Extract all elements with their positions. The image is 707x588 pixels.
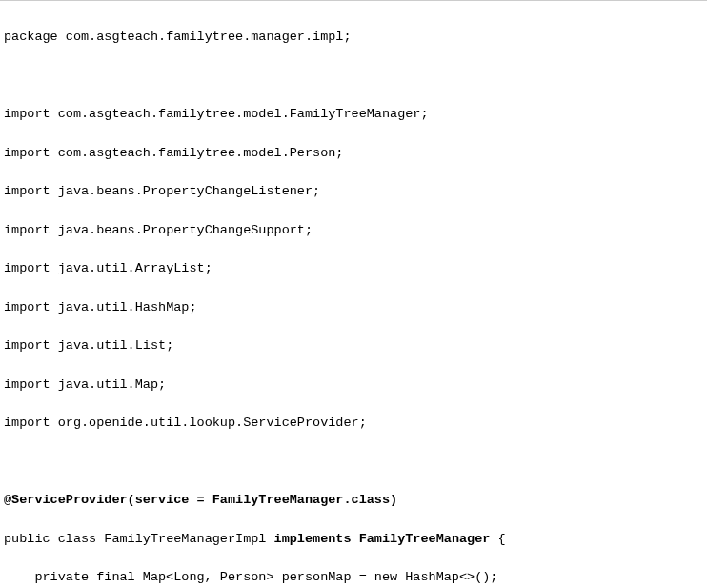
code-line-import: import com.asgteach.familytree.model.Per… [4, 144, 703, 163]
code-line-annotation: @ServiceProvider(service = FamilyTreeMan… [4, 491, 703, 510]
code-line-import: import java.util.Map; [4, 375, 703, 395]
code-line-import: import java.beans.PropertyChangeListener… [4, 182, 703, 201]
code-line-blank [4, 67, 703, 86]
code-block: package com.asgteach.familytree.manager.… [0, 1, 707, 588]
code-line-import: import java.util.List; [4, 336, 703, 355]
code-line-package: package com.asgteach.familytree.manager.… [4, 28, 703, 47]
class-decl-post: { [490, 532, 505, 546]
code-line-class-decl: public class FamilyTreeManagerImpl imple… [4, 530, 703, 549]
code-line-import: import java.util.HashMap; [4, 298, 703, 317]
code-line-import: import java.beans.PropertyChangeSupport; [4, 221, 703, 240]
class-decl-implements: implements FamilyTreeManager [274, 532, 491, 546]
code-line-import: import com.asgteach.familytree.model.Fam… [4, 105, 703, 124]
code-line-import: import org.openide.util.lookup.ServicePr… [4, 414, 703, 433]
code-line-blank [4, 453, 703, 472]
class-decl-pre: public class FamilyTreeManagerImpl [4, 532, 274, 546]
code-line-import: import java.util.ArrayList; [4, 259, 703, 278]
code-line-field: private final Map<Long, Person> personMa… [4, 568, 703, 587]
